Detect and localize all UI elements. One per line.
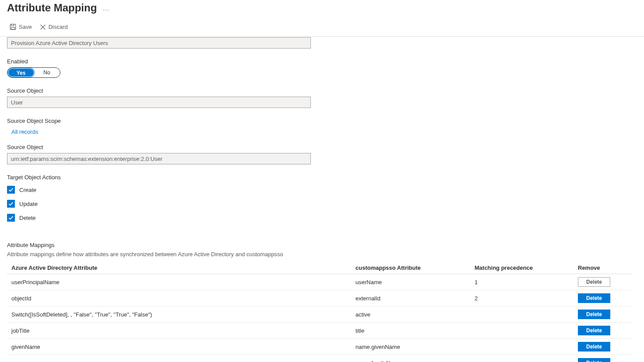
save-icon	[10, 24, 16, 30]
table-row[interactable]: jobTitletitleDelete	[7, 323, 631, 339]
target-object-label: Source Object	[7, 144, 311, 150]
discard-label: Discard	[49, 24, 68, 30]
svg-rect-1	[11, 27, 15, 29]
checkbox-delete[interactable]	[7, 214, 15, 222]
table-row[interactable]: givenNamename.givenNameDelete	[7, 339, 631, 355]
action-create: Create	[7, 186, 311, 194]
cell-matching-precedence	[470, 339, 574, 355]
delete-button[interactable]: Delete	[578, 326, 610, 335]
cell-matching-precedence: 1	[470, 274, 574, 290]
action-label: Create	[19, 187, 36, 193]
enabled-yes-option[interactable]: Yes	[8, 68, 34, 77]
cell-aad-attribute: Switch([IsSoftDeleted], , "False", "True…	[7, 306, 351, 323]
attribute-mappings-table: Azure Active Directory Attribute customa…	[7, 262, 631, 362]
cell-aad-attribute: objectId	[7, 290, 351, 306]
cell-target-attribute: name.familyName	[351, 355, 470, 362]
more-icon[interactable]: ···	[103, 7, 109, 13]
target-object-actions-label: Target Object Actions	[7, 174, 311, 181]
checkbox-create[interactable]	[7, 186, 15, 194]
save-button[interactable]: Save	[9, 23, 33, 31]
delete-button[interactable]: Delete	[578, 293, 610, 303]
cell-matching-precedence	[470, 323, 574, 339]
column-matching-precedence[interactable]: Matching precedence	[470, 262, 574, 274]
close-icon	[40, 24, 46, 30]
source-object-scope-label: Source Object Scope	[7, 118, 311, 124]
column-remove: Remove	[574, 262, 631, 274]
cell-target-attribute: externalId	[351, 290, 470, 306]
cell-matching-precedence	[470, 306, 574, 323]
table-row[interactable]: surnamename.familyNameDelete	[7, 355, 631, 362]
command-bar: Save Discard	[8, 20, 637, 35]
divider	[0, 36, 644, 37]
check-icon	[8, 187, 14, 192]
cell-target-attribute: title	[351, 323, 470, 339]
checkbox-update[interactable]	[7, 200, 15, 208]
attribute-mappings-description: Attribute mappings define how attributes…	[7, 251, 637, 258]
column-aad-attribute[interactable]: Azure Active Directory Attribute	[7, 262, 351, 274]
mapping-name-input[interactable]: Provision Azure Active Directory Users	[7, 37, 311, 49]
action-label: Delete	[19, 215, 36, 221]
source-object-input[interactable]: User	[7, 97, 311, 108]
target-object-input[interactable]: urn:ietf:params:scim:schemas:extension:e…	[7, 153, 311, 164]
check-icon	[8, 201, 14, 206]
delete-button[interactable]: Delete	[578, 358, 610, 362]
table-row[interactable]: objectIdexternalId2Delete	[7, 290, 631, 306]
table-row[interactable]: userPrincipalNameuserName1Delete	[7, 274, 631, 290]
delete-button: Delete	[578, 277, 610, 287]
action-label: Update	[19, 201, 38, 207]
enabled-toggle[interactable]: Yes No	[7, 67, 60, 78]
table-row[interactable]: Switch([IsSoftDeleted], , "False", "True…	[7, 306, 631, 323]
discard-button[interactable]: Discard	[39, 23, 69, 31]
column-target-attribute[interactable]: customappsso Attribute	[351, 262, 470, 274]
cell-target-attribute: name.givenName	[351, 339, 470, 355]
check-icon	[8, 215, 14, 220]
source-object-scope-link[interactable]: All records	[7, 127, 38, 135]
delete-button[interactable]: Delete	[578, 310, 610, 319]
attribute-mappings-heading: Attribute Mappings	[7, 242, 637, 248]
source-object-label: Source Object	[7, 87, 311, 94]
page-title: Attribute Mapping	[7, 2, 97, 14]
enabled-no-option[interactable]: No	[34, 68, 60, 77]
cell-matching-precedence	[470, 355, 574, 362]
delete-button[interactable]: Delete	[578, 342, 610, 352]
cell-aad-attribute: jobTitle	[7, 323, 351, 339]
cell-matching-precedence: 2	[470, 290, 574, 306]
action-update: Update	[7, 200, 311, 208]
cell-aad-attribute: givenName	[7, 339, 351, 355]
save-label: Save	[19, 24, 32, 30]
action-delete: Delete	[7, 214, 311, 222]
cell-target-attribute: active	[351, 306, 470, 323]
cell-aad-attribute: surname	[7, 355, 351, 362]
cell-target-attribute: userName	[351, 274, 470, 290]
cell-aad-attribute: userPrincipalName	[7, 274, 351, 290]
enabled-label: Enabled	[7, 58, 311, 65]
